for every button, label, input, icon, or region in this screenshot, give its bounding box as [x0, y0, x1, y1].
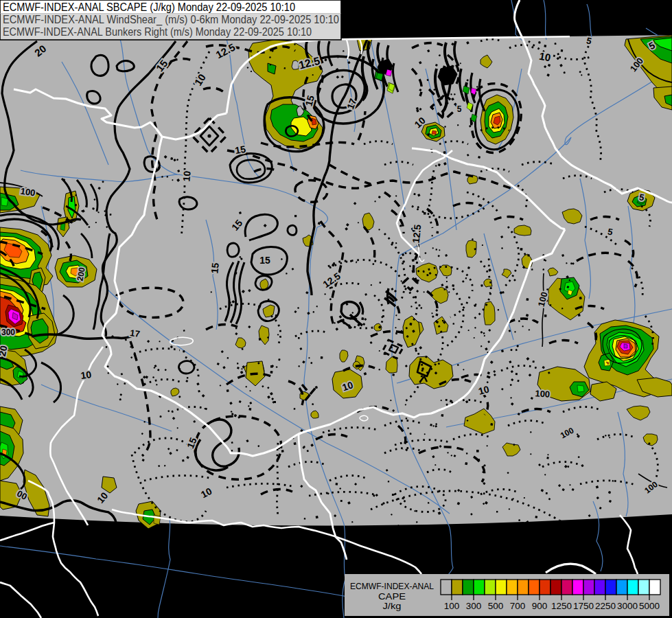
- svg-text:10: 10: [80, 369, 92, 381]
- svg-text:1750: 1750: [573, 601, 594, 611]
- svg-text:300: 300: [1, 328, 15, 337]
- svg-text:ECMWF-INDEX-ANAL SBCAPE (J/kg): ECMWF-INDEX-ANAL SBCAPE (J/kg) Monday 22…: [3, 1, 295, 13]
- svg-text:100: 100: [535, 388, 551, 399]
- svg-text:ECMWF-INDEX-ANAL: ECMWF-INDEX-ANAL: [350, 581, 434, 591]
- svg-text:100: 100: [20, 186, 36, 198]
- svg-text:12.5: 12.5: [410, 224, 424, 244]
- svg-text:5000: 5000: [639, 601, 660, 611]
- svg-text:500: 500: [488, 601, 504, 611]
- svg-text:CAPE: CAPE: [378, 591, 406, 602]
- svg-text:J/kg: J/kg: [383, 601, 402, 611]
- svg-text:ECMWF-INDEX-ANAL Bunkers Right: ECMWF-INDEX-ANAL Bunkers Right (m/s) Mon…: [3, 26, 312, 38]
- svg-text:ECMWF-INDEX-ANAL WindShear_ (m: ECMWF-INDEX-ANAL WindShear_ (m/s) 0-6km …: [3, 14, 339, 26]
- svg-text:15: 15: [234, 144, 246, 156]
- svg-text:10: 10: [181, 170, 192, 182]
- svg-text:17: 17: [129, 328, 140, 339]
- svg-text:300: 300: [466, 601, 482, 611]
- svg-text:900: 900: [532, 601, 548, 611]
- svg-text:2250: 2250: [595, 601, 616, 611]
- svg-text:3000: 3000: [617, 601, 638, 611]
- svg-text:700: 700: [510, 601, 526, 611]
- svg-text:1250: 1250: [551, 601, 572, 611]
- svg-text:10: 10: [538, 50, 551, 64]
- svg-text:100: 100: [444, 601, 460, 611]
- svg-text:15: 15: [259, 255, 270, 266]
- svg-text:15: 15: [209, 262, 221, 274]
- svg-text:5: 5: [457, 104, 462, 114]
